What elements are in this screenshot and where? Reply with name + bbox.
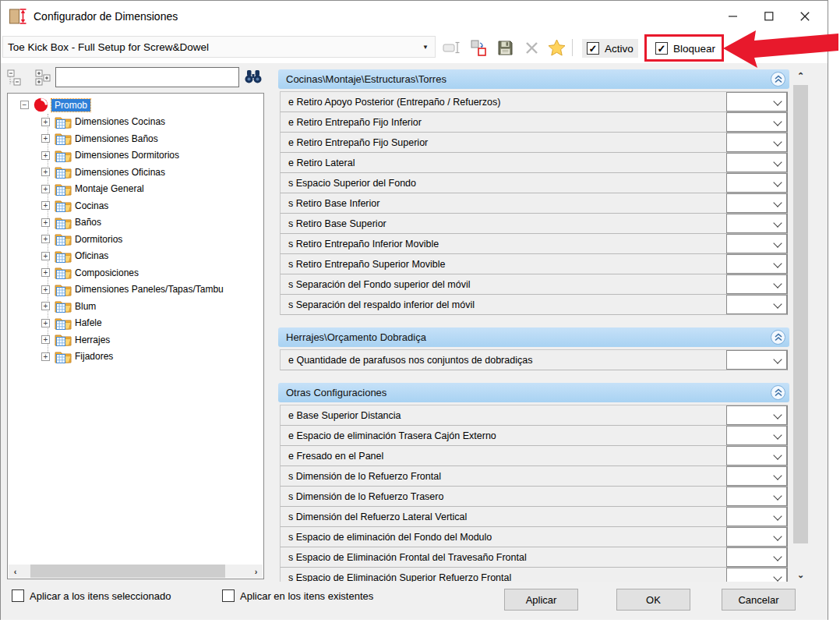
tree-item-root[interactable]: − Promob — [8, 97, 263, 114]
tree-item[interactable]: + Fijadores — [8, 349, 263, 366]
tree-item[interactable]: + Dimensiones Cocinas — [8, 114, 263, 131]
setting-dropdown[interactable] — [726, 274, 787, 294]
section-title: Herrajes\Orçamento Dobradiça — [286, 331, 426, 343]
expand-plus-icon[interactable]: + — [41, 201, 50, 210]
chevron-down-icon — [773, 355, 782, 363]
setting-row: s Retiro Entrepaño Inferior Movible — [280, 234, 788, 254]
apply-existing-checkbox-box[interactable] — [222, 589, 235, 602]
expand-plus-icon[interactable]: + — [41, 134, 50, 143]
apply-selected-checkbox-group[interactable]: Aplicar a los itens seleccionado — [12, 589, 171, 602]
ok-button[interactable]: OK — [616, 589, 690, 611]
tree-item[interactable]: + Dormitorios — [8, 231, 263, 248]
expand-plus-icon[interactable]: + — [41, 335, 50, 344]
expand-plus-icon[interactable]: + — [41, 319, 50, 327]
category-tree[interactable]: − Promob + — [7, 93, 264, 579]
setting-dropdown[interactable] — [726, 426, 787, 445]
setting-row: e Retiro Lateral — [280, 153, 788, 173]
close-button[interactable] — [787, 1, 823, 32]
dropdown-arrow-icon[interactable]: ▼ — [422, 44, 435, 51]
scrollbar-thumb[interactable] — [30, 565, 225, 578]
tree-item[interactable]: + Herrajes — [8, 331, 263, 349]
setting-dropdown[interactable] — [726, 234, 787, 253]
scroll-left-icon[interactable]: ‹ — [9, 565, 22, 578]
activo-checkbox-box[interactable]: ✓ — [587, 42, 599, 55]
chevron-down-icon — [773, 279, 782, 288]
copy-setup-icon[interactable] — [468, 37, 489, 58]
folder-grid-icon — [55, 232, 72, 246]
setting-dropdown[interactable] — [726, 112, 787, 132]
tree-item-label: Hafele — [75, 317, 102, 328]
binoculars-search-icon[interactable] — [244, 69, 264, 87]
setting-dropdown[interactable] — [726, 507, 787, 526]
apply-selected-checkbox-box[interactable] — [12, 589, 24, 602]
collapse-minus-icon[interactable]: − — [20, 101, 29, 109]
collapse-all-icon[interactable] — [7, 69, 26, 88]
save-icon[interactable] — [495, 37, 515, 58]
tree-item-label: Composiciones — [75, 267, 139, 278]
window-title: Configurador de Dimensiones — [34, 10, 178, 23]
settings-vertical-scrollbar[interactable]: ⌃ ⌄ — [792, 69, 809, 582]
expand-plus-icon[interactable]: + — [41, 302, 50, 310]
expand-plus-icon[interactable]: + — [41, 352, 50, 361]
collapse-section-button[interactable] — [771, 72, 785, 87]
tree-item[interactable]: + Oficinas — [8, 248, 263, 265]
tree-item[interactable]: + Hafele — [8, 315, 263, 332]
expand-plus-icon[interactable]: + — [41, 285, 50, 294]
setting-dropdown[interactable] — [726, 547, 787, 567]
setting-dropdown[interactable] — [726, 446, 787, 465]
setup-combobox[interactable]: Toe Kick Box - Full Setup for Screw&Dowe… — [2, 36, 436, 58]
setting-dropdown[interactable] — [726, 487, 787, 506]
setting-dropdown[interactable] — [726, 173, 787, 193]
setting-dropdown[interactable] — [726, 92, 787, 112]
tree-item[interactable]: + Baños — [8, 214, 263, 232]
setting-label: e Base Superior Distancia — [288, 410, 401, 421]
setting-dropdown[interactable] — [726, 295, 787, 314]
expand-plus-icon[interactable]: + — [41, 151, 50, 160]
expand-plus-icon[interactable]: + — [41, 118, 50, 126]
minimize-button[interactable] — [715, 1, 751, 32]
setting-dropdown[interactable] — [726, 405, 787, 425]
chevron-down-icon — [773, 259, 782, 267]
setting-row: e Base Superior Distancia — [280, 405, 788, 426]
apply-existing-checkbox-group[interactable]: Aplicar en los itens existentes — [222, 589, 373, 602]
collapse-section-button[interactable] — [771, 330, 785, 345]
setting-dropdown[interactable] — [726, 133, 787, 152]
scrollbar-thumb[interactable] — [793, 85, 808, 543]
setting-dropdown[interactable] — [726, 153, 787, 172]
maximize-button[interactable] — [751, 1, 787, 32]
tree-item[interactable]: + Blum — [8, 298, 263, 315]
tree-item[interactable]: + Dimensiones Oficinas — [8, 164, 263, 181]
setting-dropdown[interactable] — [726, 193, 787, 213]
favorite-star-icon[interactable] — [546, 37, 566, 58]
expand-all-icon[interactable] — [35, 69, 54, 88]
tree-item[interactable]: + Montaje General — [8, 181, 263, 198]
annotation-highlight-box — [644, 34, 724, 62]
cancel-button[interactable]: Cancelar — [722, 589, 796, 611]
activo-checkbox-group[interactable]: ✓ Activo — [582, 39, 638, 58]
setting-dropdown[interactable] — [726, 568, 787, 582]
expand-plus-icon[interactable]: + — [41, 268, 50, 277]
setting-dropdown[interactable] — [726, 214, 787, 233]
setting-dropdown[interactable] — [726, 350, 787, 370]
delete-icon[interactable] — [521, 37, 542, 58]
collapse-section-button[interactable] — [771, 385, 785, 400]
expand-plus-icon[interactable]: + — [41, 185, 50, 193]
expand-plus-icon[interactable]: + — [41, 252, 50, 260]
tree-item[interactable]: + Dimensiones Paneles/Tapas/Tambu — [8, 281, 263, 299]
tree-search-input[interactable] — [55, 67, 239, 87]
setting-dropdown[interactable] — [726, 527, 787, 547]
scroll-right-icon[interactable]: › — [249, 565, 263, 578]
expand-plus-icon[interactable]: + — [41, 235, 50, 243]
expand-plus-icon[interactable]: + — [41, 218, 50, 227]
tree-item[interactable]: + Composiciones — [8, 264, 263, 281]
tree-horizontal-scrollbar[interactable]: ‹ › — [9, 565, 263, 578]
setting-dropdown[interactable] — [726, 466, 787, 486]
tree-item[interactable]: + Cocinas — [8, 197, 263, 214]
apply-button[interactable]: Aplicar — [504, 589, 578, 611]
rename-icon[interactable] — [442, 37, 462, 58]
scroll-down-icon[interactable]: ⌄ — [792, 568, 809, 582]
tree-item[interactable]: + Dimensiones Dormitorios — [8, 147, 263, 165]
setting-dropdown[interactable] — [726, 254, 787, 274]
tree-item[interactable]: + Dimensiones Baños — [8, 130, 263, 147]
expand-plus-icon[interactable]: + — [41, 168, 50, 176]
